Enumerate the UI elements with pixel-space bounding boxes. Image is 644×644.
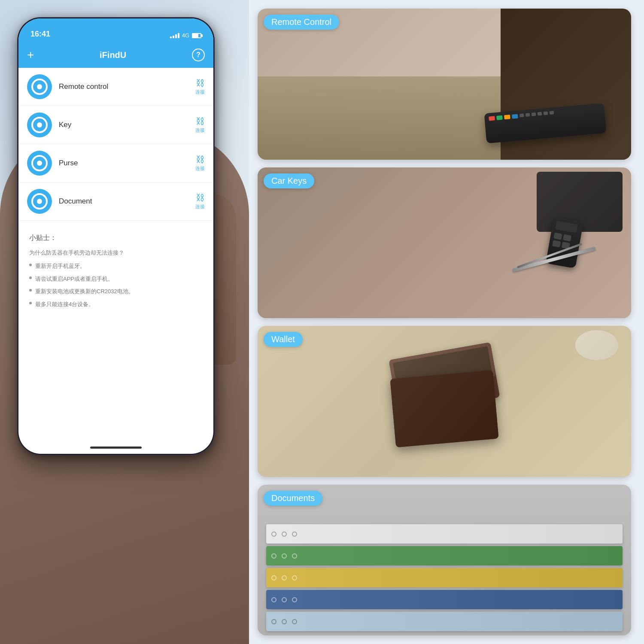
device-icon-inner — [31, 117, 48, 133]
device-icon-inner — [31, 79, 48, 95]
doc-item-yellow — [266, 568, 623, 587]
card-image-keys — [258, 167, 631, 319]
device-icon-inner — [31, 193, 48, 210]
device-name-purse: Purse — [59, 159, 188, 167]
doc-ring — [282, 597, 287, 602]
doc-ring — [271, 619, 276, 624]
connect-button-purse[interactable]: ⛓ 连接 — [195, 155, 205, 172]
tips-bullet-text-2: 请尝试重启APP或者重启手机。 — [35, 274, 113, 284]
doc-rings — [271, 553, 297, 559]
wallet-body — [390, 370, 498, 447]
fob-top — [555, 221, 578, 233]
card-image-remote — [258, 9, 631, 160]
bullet-dot — [29, 302, 32, 304]
connect-label-document: 连接 — [195, 204, 205, 210]
doc-ring — [271, 575, 276, 580]
cup-saucer — [575, 330, 618, 360]
remote-btn-gray1 — [519, 113, 524, 117]
doc-ring — [292, 532, 297, 537]
remote-btn-yellow — [504, 115, 510, 119]
device-name-document: Document — [59, 197, 188, 206]
status-time: 16:41 — [30, 30, 50, 39]
app-header: + iFindU ? — [18, 42, 213, 68]
remote-btn-gray2 — [526, 113, 530, 117]
signal-bars — [170, 33, 179, 38]
tips-intro: 为什么防丢器在手机旁边却无法连接？ — [29, 248, 203, 258]
doc-ring — [271, 532, 276, 537]
phone-section: 16:41 4G — [0, 0, 249, 644]
tips-bullet-3: 重新安装电池或更换新的CR2032电池。 — [29, 286, 203, 296]
phone-screen: 16:41 4G — [18, 18, 213, 454]
device-list: Remote control ⛓ 连接 Key — [18, 68, 213, 221]
doc-item-white — [266, 524, 623, 544]
remote-btn-red — [489, 116, 495, 121]
doc-ring — [292, 619, 297, 624]
doc-ring — [282, 532, 287, 537]
device-icon-key — [27, 112, 52, 137]
connect-label-key: 连接 — [195, 127, 205, 134]
device-icon-dot — [37, 161, 42, 166]
doc-item-blue — [266, 590, 623, 609]
network-type: 4G — [182, 32, 189, 39]
card-label-wallet: Wallet — [264, 332, 303, 347]
tips-bullet-1: 重新开启手机蓝牙。 — [29, 261, 203, 271]
add-button[interactable]: + — [27, 48, 34, 62]
app-title: iFindU — [100, 50, 126, 60]
phone-body: 16:41 4G — [17, 17, 215, 455]
phone-container: 16:41 4G — [17, 17, 215, 455]
device-icon-inner — [31, 155, 48, 171]
category-card-remote[interactable]: Remote Control — [258, 9, 631, 160]
status-right: 4G — [170, 32, 201, 39]
doc-ring — [282, 575, 287, 580]
device-icon-dot — [37, 122, 42, 128]
fob-btn1 — [553, 233, 562, 240]
card-label-remote: Remote Control — [264, 15, 339, 30]
category-card-documents[interactable]: Documents — [258, 485, 631, 636]
remote-btn-gray5 — [544, 111, 548, 115]
card-label-keys: Car Keys — [264, 173, 314, 188]
list-item[interactable]: Remote control ⛓ 连接 — [18, 68, 213, 106]
signal-bar-4 — [178, 33, 179, 38]
doc-ring — [271, 597, 276, 602]
device-icon-remote — [27, 74, 52, 99]
doc-rings — [271, 575, 297, 580]
signal-bar-3 — [175, 34, 177, 38]
list-item[interactable]: Document ⛓ 连接 — [18, 182, 213, 221]
signal-bar-2 — [173, 36, 174, 38]
doc-ring — [292, 575, 297, 580]
link-icon-purse: ⛓ — [196, 155, 204, 164]
bullet-dot — [29, 289, 32, 292]
help-button[interactable]: ? — [192, 49, 205, 61]
doc-item-lightblue — [266, 612, 623, 631]
remote-btn-gray6 — [550, 111, 554, 115]
doc-ring — [282, 553, 287, 559]
card-image-wallet — [258, 326, 631, 477]
doc-ring — [282, 619, 287, 624]
connect-button-key[interactable]: ⛓ 连接 — [195, 116, 205, 134]
doc-ring — [292, 597, 297, 602]
remote-btn-green — [496, 115, 503, 120]
fob-btn3 — [552, 240, 561, 248]
doc-rings — [271, 532, 297, 537]
status-bar: 16:41 4G — [18, 18, 213, 42]
list-item[interactable]: Key ⛓ 连接 — [18, 106, 213, 144]
categories-section: Remote Control Ca — [249, 0, 644, 644]
connect-label-remote: 连接 — [195, 89, 205, 95]
card-image-documents — [258, 485, 631, 636]
link-icon-document: ⛓ — [196, 193, 204, 203]
doc-rings — [271, 619, 297, 624]
category-card-keys[interactable]: Car Keys — [258, 167, 631, 319]
bullet-dot — [29, 264, 32, 266]
doc-item-green — [266, 546, 623, 565]
connect-button-remote[interactable]: ⛓ 连接 — [195, 78, 205, 95]
category-card-wallet[interactable]: Wallet — [258, 326, 631, 477]
card-label-documents: Documents — [264, 491, 322, 506]
link-icon-remote: ⛓ — [196, 78, 204, 88]
tips-bullet-4: 最多只能连接4台设备。 — [29, 299, 203, 309]
device-icon-purse — [27, 151, 52, 176]
device-icon-dot — [37, 199, 42, 204]
fob-btn2 — [563, 234, 571, 242]
connect-button-document[interactable]: ⛓ 连接 — [195, 193, 205, 210]
list-item[interactable]: Purse ⛓ 连接 — [18, 144, 213, 182]
device-name-remote: Remote control — [59, 82, 188, 91]
